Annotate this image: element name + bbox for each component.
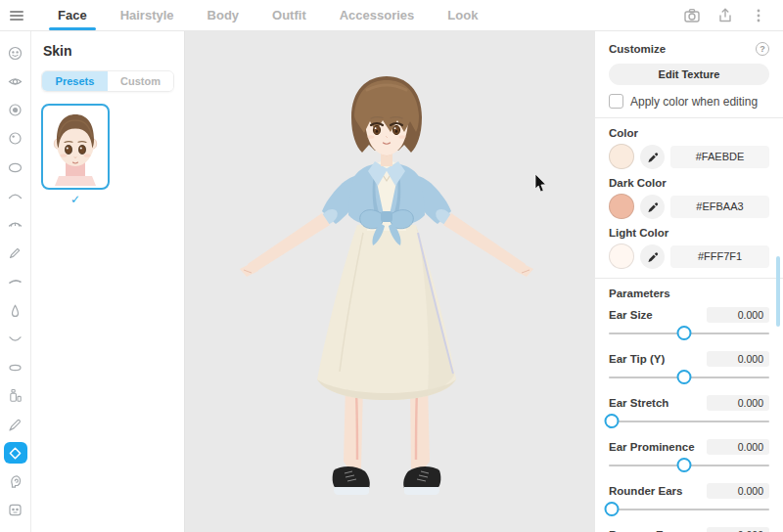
nose-icon [7, 302, 23, 319]
param-ear-stretch: Ear Stretch 0.000 [609, 394, 769, 428]
color-swatch[interactable] [609, 144, 634, 169]
param-label: Ear Prominence [609, 441, 695, 453]
dark-color-swatch[interactable] [609, 194, 634, 219]
tab-face[interactable]: Face [41, 0, 104, 30]
custom-tab[interactable]: Custom [108, 71, 173, 91]
apply-color-checkbox-row[interactable]: Apply color when editing [609, 94, 769, 109]
tab-look[interactable]: Look [431, 0, 494, 30]
lips-icon [7, 359, 23, 376]
eyelid-icon [7, 188, 23, 204]
tab-hairstyle[interactable]: Hairstyle [104, 0, 191, 30]
rounder-ears-slider[interactable] [609, 502, 769, 516]
eye-white-icon [7, 159, 23, 176]
slider-handle[interactable] [605, 414, 620, 428]
sidebar-item-expression[interactable] [4, 500, 27, 521]
scrollbar-thumb[interactable] [776, 256, 780, 327]
mouth-icon [7, 331, 23, 347]
presets-custom-switch: Presets Custom [41, 70, 174, 92]
param-value[interactable]: 0.000 [707, 351, 769, 367]
slider-handle[interactable] [605, 502, 620, 516]
param-ear-tip-y: Ear Tip (Y) 0.000 [609, 350, 769, 384]
apply-color-label: Apply color when editing [630, 95, 758, 109]
dark-color-row [609, 194, 769, 219]
sidebar-item-eye-highlight[interactable] [4, 128, 27, 150]
sidebar-item-head[interactable] [4, 471, 27, 493]
light-color-swatch[interactable] [609, 244, 634, 269]
light-color-eyedropper-button[interactable] [640, 244, 665, 269]
parameters-title: Parameters [609, 288, 769, 300]
dark-color-eyedropper-button[interactable] [640, 195, 665, 219]
camera-button[interactable] [683, 7, 701, 24]
eyebrow-icon [7, 273, 23, 289]
sidebar-item-iris[interactable] [4, 100, 27, 121]
param-value[interactable]: 0.000 [707, 307, 769, 323]
dark-color-hex-field[interactable] [670, 196, 769, 218]
camera-icon [683, 7, 701, 24]
tab-accessories[interactable]: Accessories [323, 0, 432, 30]
eyelash-icon [7, 216, 23, 233]
hamburger-menu-button[interactable] [0, 9, 33, 22]
eyedropper-icon [646, 151, 659, 163]
expression-icon [7, 502, 23, 518]
menu-button[interactable] [750, 7, 767, 24]
color-eyedropper-button[interactable] [640, 145, 665, 169]
skin-panel: Skin Presets Custom [31, 31, 185, 532]
slider-handle[interactable] [677, 458, 692, 472]
kebab-menu-icon [750, 7, 767, 24]
character-viewport[interactable] [185, 31, 595, 532]
ear-prominence-slider[interactable] [609, 458, 769, 472]
slider-handle[interactable] [677, 326, 692, 340]
iris-icon [7, 102, 23, 118]
skin-preset-thumbnail[interactable] [41, 104, 110, 190]
sidebar-item-eyebrow[interactable] [4, 271, 27, 292]
sidebar-item-skin[interactable] [4, 442, 27, 464]
light-color-hex-field[interactable] [670, 245, 769, 268]
color-hex-field[interactable] [670, 146, 769, 168]
share-button[interactable] [716, 7, 734, 24]
face-category-rail [0, 31, 31, 532]
character-render [185, 31, 594, 532]
param-rounder-ears: Rounder Ears 0.000 [609, 482, 769, 516]
sidebar-item-eyeliner[interactable] [4, 243, 27, 264]
tab-outfit[interactable]: Outfit [255, 0, 323, 30]
sidebar-item-eyelash[interactable] [4, 214, 27, 236]
param-ear-size: Ear Size 0.000 [609, 306, 769, 340]
presets-tab[interactable]: Presets [42, 71, 108, 91]
help-icon[interactable]: ? [756, 42, 769, 56]
selected-checkmark: ✓ [41, 193, 110, 206]
edit-texture-button[interactable]: Edit Texture [609, 64, 769, 85]
apply-color-checkbox[interactable] [609, 94, 623, 109]
sidebar-item-eye-white[interactable] [4, 156, 27, 178]
eyedropper-icon [646, 250, 659, 263]
customize-title: Customize [609, 43, 666, 55]
customize-inspector: Customize ? Edit Texture Apply color whe… [595, 31, 783, 532]
eye-icon [7, 73, 23, 90]
divider [595, 278, 783, 279]
param-value[interactable]: 0.000 [707, 483, 769, 499]
sidebar-item-eye[interactable] [4, 70, 27, 92]
sidebar-item-lips[interactable] [4, 357, 27, 378]
param-label: Remove Ears [609, 529, 680, 532]
ear-tip-y-slider[interactable] [609, 370, 769, 384]
sidebar-item-mouth[interactable] [4, 328, 27, 349]
sidebar-item-makeup-brush[interactable] [4, 414, 27, 435]
param-value[interactable]: 0.000 [707, 395, 769, 411]
sidebar-item-face-type[interactable] [4, 42, 27, 64]
face-type-icon [7, 45, 23, 62]
light-color-row [609, 244, 769, 269]
sidebar-item-eyelid[interactable] [4, 185, 27, 206]
skin-icon [7, 445, 23, 462]
param-label: Ear Size [609, 309, 653, 321]
head-icon [7, 473, 23, 490]
tab-body[interactable]: Body [191, 0, 256, 30]
ear-size-slider[interactable] [609, 326, 769, 340]
param-value[interactable]: 0.000 [707, 439, 769, 455]
eyeliner-icon [7, 244, 23, 261]
slider-handle[interactable] [677, 370, 692, 384]
panel-title: Skin [43, 43, 174, 59]
param-value[interactable]: 0.000 [707, 527, 769, 532]
param-label: Ear Tip (Y) [609, 353, 665, 365]
sidebar-item-nose[interactable] [4, 299, 27, 321]
ear-stretch-slider[interactable] [609, 414, 769, 428]
sidebar-item-cheek[interactable] [4, 385, 27, 407]
